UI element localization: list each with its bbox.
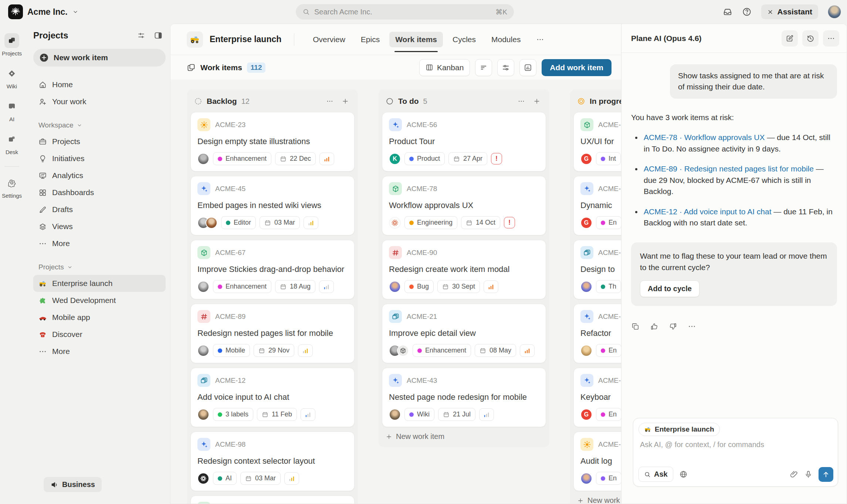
- due-date-pill[interactable]: 21 Jul: [438, 408, 475, 421]
- add-work-item-button[interactable]: Add work item: [542, 59, 611, 76]
- sidebar-item-analytics[interactable]: Analytics: [33, 167, 166, 184]
- work-item-card[interactable]: ACME-23Design empty state illustrationsE…: [190, 112, 355, 171]
- assignee-avatar[interactable]: [197, 281, 209, 293]
- label-pill[interactable]: Enhancement: [413, 344, 471, 357]
- work-item-card[interactable]: ACME-21Improve epic detail viewEnhanceme…: [382, 304, 546, 363]
- new-chat-button[interactable]: [782, 30, 798, 47]
- openai-avatar[interactable]: [197, 473, 209, 484]
- sidebar-item-your-work[interactable]: Your work: [33, 93, 166, 110]
- work-item-card[interactable]: ACME-Audit logEn: [573, 432, 621, 491]
- work-item-card[interactable]: ACME-UX/UI forGInt: [573, 112, 621, 171]
- priority-bars-badge[interactable]: [298, 344, 313, 357]
- label-pill[interactable]: En: [596, 344, 621, 357]
- global-search[interactable]: Search Acme Inc. ⌘K: [296, 4, 514, 20]
- sidebar-item-initiatives[interactable]: Initiatives: [33, 150, 166, 167]
- add-to-cycle-button[interactable]: Add to cycle: [640, 280, 699, 297]
- claude-avatar[interactable]: [389, 217, 401, 229]
- sidebar-project-discover[interactable]: Discover: [33, 326, 166, 343]
- urgent-priority-badge[interactable]: !: [491, 153, 502, 164]
- workspace-switcher[interactable]: Acme Inc.: [8, 4, 79, 19]
- work-item-card[interactable]: ACME-89Redesign nested pages list for mo…: [190, 304, 355, 363]
- assignee-avatar[interactable]: [197, 153, 209, 165]
- sidebar-project-wed-development[interactable]: Wed Development: [33, 292, 166, 309]
- label-pill[interactable]: En: [596, 216, 621, 229]
- tabs-more-button[interactable]: [533, 33, 547, 47]
- assignee-avatar[interactable]: [580, 473, 592, 484]
- assignee-avatar[interactable]: [580, 281, 592, 293]
- workspace-section-header[interactable]: Workspace: [33, 121, 166, 129]
- label-pill[interactable]: Mobile: [213, 344, 250, 357]
- microphone-icon[interactable]: [804, 470, 813, 479]
- assistant-toggle-button[interactable]: Assistant: [761, 4, 818, 19]
- collapse-sidebar-icon[interactable]: [154, 31, 163, 40]
- assignee-avatar[interactable]: [197, 409, 209, 420]
- label-pill[interactable]: Th: [596, 280, 621, 293]
- column-add-button[interactable]: [340, 96, 351, 107]
- sidebar-item-more[interactable]: More: [33, 235, 166, 252]
- sidebar-item-home[interactable]: Home: [33, 76, 166, 93]
- filters-icon[interactable]: [137, 31, 146, 40]
- label-pill[interactable]: Product: [404, 152, 445, 165]
- analytics-button[interactable]: [519, 59, 536, 76]
- work-item-card[interactable]: ACME-98Redesign context selector layoutA…: [190, 432, 355, 491]
- column-new-work-item-button[interactable]: New work item: [573, 491, 621, 504]
- due-date-pill[interactable]: 30 Sept: [437, 280, 480, 293]
- assignee-avatar[interactable]: [580, 345, 592, 357]
- new-work-item-button[interactable]: New work item: [33, 49, 166, 67]
- due-date-pill[interactable]: 11 Feb: [257, 408, 297, 421]
- display-options-button[interactable]: [475, 59, 492, 76]
- plan-badge[interactable]: Business: [44, 477, 102, 492]
- assignee-avatar[interactable]: [389, 409, 401, 420]
- priority-bars-badge[interactable]: [304, 217, 318, 229]
- tab-epics[interactable]: Epics: [355, 32, 386, 47]
- assistant-input[interactable]: [640, 440, 831, 449]
- tab-overview[interactable]: Overview: [307, 32, 351, 47]
- priority-bars-badge[interactable]: [484, 280, 498, 293]
- priority-bars-badge[interactable]: [319, 280, 334, 293]
- ask-mode-button[interactable]: Ask: [638, 467, 673, 482]
- label-pill[interactable]: Editor: [221, 216, 256, 229]
- due-date-pill[interactable]: 14 Oct: [461, 216, 500, 229]
- assignee-avatar[interactable]: K: [389, 153, 401, 165]
- work-item-link[interactable]: ACME-89 · Redesign nested pages list for…: [644, 164, 814, 173]
- projects-section-header[interactable]: Projects: [33, 263, 166, 271]
- assignee-avatar[interactable]: [206, 217, 217, 229]
- label-pill[interactable]: Bug: [404, 280, 434, 293]
- inbox-icon[interactable]: [723, 7, 732, 17]
- work-item-card[interactable]: ACME-78Workflow approvals UXEngineering1…: [382, 176, 546, 235]
- work-item-card[interactable]: ACME-KeyboarGEn: [573, 368, 621, 427]
- context-chip[interactable]: Enterprise launch: [638, 423, 720, 436]
- column-add-button[interactable]: [531, 96, 542, 107]
- sidebar-project-mobile-app[interactable]: Mobile app: [33, 309, 166, 326]
- sidebar-item-views[interactable]: Views: [33, 218, 166, 235]
- tab-cycles[interactable]: Cycles: [447, 32, 482, 47]
- work-item-card[interactable]: ACME-45Embed pages in nested wiki viewsE…: [190, 176, 355, 235]
- rail-item-settings[interactable]: Settings: [2, 176, 22, 199]
- sidebar-item-dashboards[interactable]: Dashboards: [33, 184, 166, 201]
- priority-bars-badge[interactable]: [301, 408, 315, 421]
- assignee-avatar[interactable]: G: [580, 153, 592, 165]
- urgent-priority-badge[interactable]: !: [504, 217, 515, 228]
- priority-bars-badge[interactable]: [284, 472, 299, 485]
- ellipsis-icon[interactable]: [688, 322, 696, 331]
- rail-item-ai[interactable]: AI: [4, 99, 19, 122]
- sidebar-item-projects[interactable]: Projects: [33, 133, 166, 150]
- copy-icon[interactable]: [631, 322, 640, 331]
- work-item-card[interactable]: ACME-56Product TourKProduct27 Apr!: [382, 112, 546, 171]
- work-item-card[interactable]: ACME-76: [190, 496, 355, 504]
- sidebar-project-more[interactable]: More: [33, 343, 166, 360]
- work-item-card[interactable]: ACME-90Redesign create work item modalBu…: [382, 240, 546, 299]
- attachment-icon[interactable]: [790, 470, 798, 479]
- work-item-link[interactable]: ACME-78 · Workflow approvals UX: [644, 133, 765, 142]
- label-pill[interactable]: Int: [596, 152, 621, 165]
- work-item-card[interactable]: ACME-DynamicGEn: [573, 176, 621, 235]
- due-date-pill[interactable]: 29 Nov: [254, 344, 294, 357]
- due-date-pill[interactable]: 18 Aug: [275, 280, 315, 293]
- tab-work-items[interactable]: Work items: [389, 32, 443, 47]
- due-date-pill[interactable]: 03 Mar: [260, 216, 300, 229]
- due-date-pill[interactable]: 22 Dec: [275, 152, 316, 165]
- work-item-card[interactable]: ACME-Design toTh: [573, 240, 621, 299]
- due-date-pill[interactable]: 08 May: [475, 344, 516, 357]
- assignee-avatar[interactable]: G: [580, 217, 592, 229]
- label-pill[interactable]: En: [596, 408, 621, 421]
